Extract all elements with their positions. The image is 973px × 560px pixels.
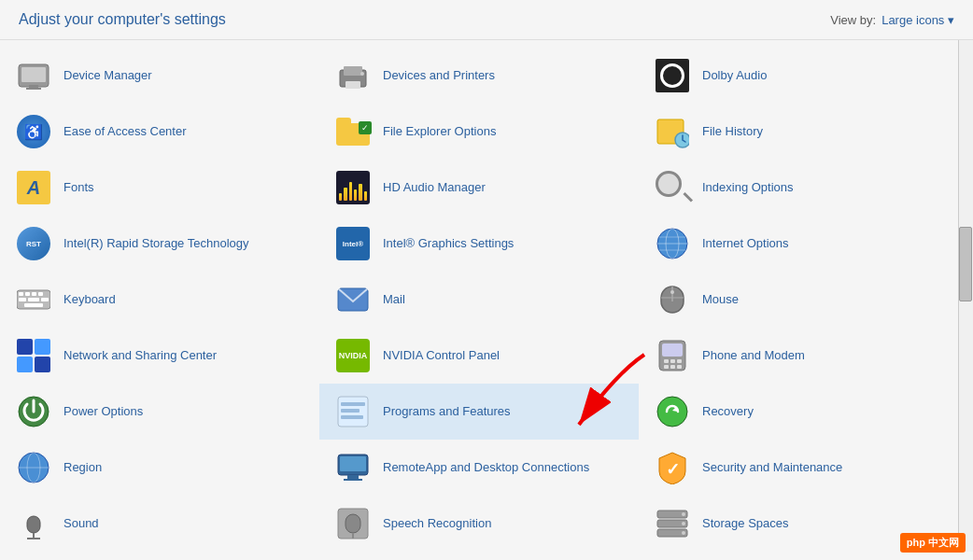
svg-rect-31 — [17, 357, 33, 372]
item-label-phone-modem: Phone and Modem — [702, 348, 805, 364]
svg-rect-36 — [670, 359, 675, 363]
svg-rect-19 — [38, 292, 43, 296]
grid-item-sound[interactable]: Sound — [0, 496, 319, 552]
svg-rect-39 — [670, 365, 675, 369]
grid-item-region[interactable]: Region — [0, 440, 319, 496]
grid-item-hd-audio[interactable]: HD Audio Manager — [319, 160, 639, 216]
item-label-hd-audio: HD Audio Manager — [383, 180, 486, 196]
item-label-storage-spaces: Storage Spaces — [702, 516, 789, 532]
item-label-device-manager: Device Manager — [63, 68, 152, 84]
nvidia-icon: NVIDIA — [334, 337, 372, 374]
grid-item-fonts[interactable]: AFonts — [0, 160, 319, 216]
svg-rect-53 — [344, 479, 362, 481]
grid-item-keyboard[interactable]: Keyboard — [0, 272, 319, 328]
svg-rect-22 — [41, 298, 49, 301]
svg-rect-21 — [28, 298, 39, 301]
item-label-power-options: Power Options — [63, 404, 143, 420]
scrollbar[interactable] — [958, 40, 973, 552]
svg-rect-43 — [341, 402, 365, 406]
item-label-file-history: File History — [702, 124, 763, 140]
item-label-recovery: Recovery — [702, 404, 754, 420]
page-title: Adjust your computer's settings — [19, 11, 226, 28]
svg-rect-34 — [662, 343, 683, 357]
svg-rect-59 — [345, 514, 360, 533]
sound-icon — [15, 505, 52, 542]
svg-rect-5 — [344, 66, 362, 76]
grid-item-network-sharing[interactable]: Network and Sharing Center — [0, 328, 319, 384]
php-watermark: php 中文网 — [900, 533, 966, 553]
svg-rect-18 — [32, 292, 36, 296]
grid-item-intel-rst[interactable]: RSTIntel(R) Rapid Storage Technology — [0, 216, 319, 272]
mouse-icon — [654, 281, 691, 318]
svg-point-46 — [657, 397, 687, 427]
intel-gfx-icon: Intel® — [334, 225, 372, 262]
svg-rect-3 — [26, 88, 41, 90]
svg-rect-35 — [664, 359, 669, 363]
recovery-icon — [654, 393, 691, 430]
phone-modem-icon — [654, 337, 691, 374]
programs-features-icon — [334, 393, 372, 430]
indexing-icon — [654, 169, 691, 206]
grid-item-phone-modem[interactable]: Phone and Modem — [639, 328, 958, 384]
svg-rect-16 — [19, 292, 23, 296]
grid-item-mail[interactable]: Mail — [319, 272, 639, 328]
grid-item-file-history[interactable]: File History — [639, 104, 958, 160]
item-label-indexing: Indexing Options — [702, 180, 794, 196]
dolby-audio-icon — [654, 57, 691, 94]
grid-item-internet-options[interactable]: Internet Options — [639, 216, 958, 272]
grid-item-file-explorer[interactable]: ✓File Explorer Options — [319, 104, 639, 160]
svg-point-66 — [682, 531, 685, 535]
file-history-icon — [654, 113, 691, 150]
item-label-security-maintenance: Security and Maintenance — [702, 460, 842, 476]
svg-point-65 — [682, 522, 685, 525]
item-label-nvidia: NVIDIA Control Panel — [383, 348, 500, 364]
item-label-mail: Mail — [383, 292, 405, 308]
svg-rect-1 — [21, 67, 46, 82]
svg-point-28 — [670, 290, 674, 294]
internet-options-icon — [654, 225, 691, 262]
scrollbar-thumb[interactable] — [959, 227, 972, 301]
remoteapp-icon — [334, 449, 372, 486]
view-by-dropdown[interactable]: Large icons ▾ — [881, 13, 954, 27]
grid-item-mouse[interactable]: Mouse — [639, 272, 958, 328]
item-label-file-explorer: File Explorer Options — [383, 124, 496, 140]
region-icon — [15, 449, 52, 486]
grid-item-dolby-audio[interactable]: Dolby Audio — [639, 48, 958, 104]
mail-icon — [334, 281, 372, 318]
svg-rect-45 — [341, 415, 363, 419]
grid-item-programs-features[interactable]: Programs and Features — [319, 384, 639, 440]
grid-item-remoteapp[interactable]: RemoteApp and Desktop Connections — [319, 440, 639, 496]
intel-rst-icon: RST — [15, 225, 52, 262]
view-by-control: View by: Large icons ▾ — [830, 13, 954, 27]
item-label-speech-recognition: Speech Recognition — [383, 516, 491, 532]
power-options-icon — [15, 393, 52, 430]
grid-item-recovery[interactable]: Recovery — [639, 384, 958, 440]
svg-rect-32 — [35, 357, 50, 372]
grid-item-ease-of-access[interactable]: ♿Ease of Access Center — [0, 104, 319, 160]
grid-item-devices-printers[interactable]: Devices and Printers — [319, 48, 639, 104]
item-label-network-sharing: Network and Sharing Center — [63, 348, 217, 364]
svg-rect-51 — [340, 456, 366, 471]
security-maintenance-icon: ✓ — [654, 449, 691, 486]
item-label-remoteapp: RemoteApp and Desktop Connections — [383, 460, 589, 476]
grid-item-device-manager[interactable]: Device Manager — [0, 48, 319, 104]
item-label-programs-features: Programs and Features — [383, 404, 511, 420]
svg-rect-55 — [27, 516, 40, 533]
grid-item-security-maintenance[interactable]: ✓Security and Maintenance — [639, 440, 958, 496]
svg-point-64 — [682, 512, 685, 516]
grid-item-power-options[interactable]: Power Options — [0, 384, 319, 440]
grid-item-indexing[interactable]: Indexing Options — [639, 160, 958, 216]
grid-item-speech-recognition[interactable]: Speech Recognition — [319, 496, 639, 552]
devices-printers-icon — [334, 57, 372, 94]
svg-point-7 — [360, 72, 364, 76]
svg-rect-30 — [35, 339, 50, 355]
grid-item-nvidia[interactable]: NVIDIANVIDIA Control Panel — [319, 328, 639, 384]
view-by-label: View by: — [830, 13, 876, 27]
item-label-dolby-audio: Dolby Audio — [702, 68, 767, 84]
svg-rect-44 — [341, 409, 360, 413]
svg-rect-38 — [664, 365, 669, 369]
item-label-ease-of-access: Ease of Access Center — [63, 124, 187, 140]
grid-item-intel-gfx[interactable]: Intel®Intel® Graphics Settings — [319, 216, 639, 272]
item-label-keyboard: Keyboard — [63, 292, 116, 308]
svg-rect-40 — [677, 365, 682, 369]
